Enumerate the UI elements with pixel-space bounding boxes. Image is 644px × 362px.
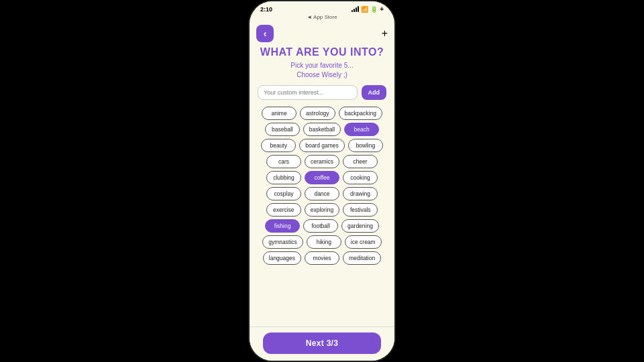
custom-interest-input[interactable] [258,85,358,100]
tag-button[interactable]: festivals [343,203,378,217]
phone-frame: 2:10 📶 🔋 + ◄ App Store ‹ + WHAT ARE YOU … [248,0,396,362]
tag-row: beautyboard gamesbowling [258,139,386,152]
tag-button[interactable]: meditation [343,251,381,265]
tag-button[interactable]: basketball [303,123,341,136]
time: 2:10 [260,6,272,13]
signal-icon [352,6,359,12]
tags-grid: animeastrologybackpackingbaseballbasketb… [258,107,386,265]
tag-button[interactable]: ceramics [305,155,339,168]
tag-button[interactable]: cosplay [266,187,301,200]
tag-button[interactable]: bowling [348,139,383,152]
custom-interest-row: Add [258,85,386,100]
tag-row: exerciseexploringfestivals [258,203,386,217]
plus-icon[interactable]: + [382,27,388,40]
tag-button[interactable]: gardening [341,219,379,233]
tag-button[interactable]: cooking [343,171,378,184]
tag-button[interactable]: ice cream [345,235,382,249]
tag-button[interactable]: hiking [307,235,341,249]
app-store-bar: ◄ App Store [250,14,394,22]
status-icons: 📶 🔋 + [352,5,384,13]
main-content: WHAT ARE YOU INTO? Pick your favorite 5.… [250,45,394,326]
tag-button[interactable]: fishing [265,219,300,233]
tag-row: carsceramicscheer [258,155,386,168]
tag-row: gymnasticshikingice cream [258,235,386,249]
wifi-icon: 📶 [361,6,368,13]
tag-row: fishingfootballgardening [258,219,386,233]
tag-row: cosplaydancedrawing [258,187,386,200]
nav-bar: ‹ + [250,22,394,45]
tag-button[interactable]: astrology [300,107,335,120]
tag-button[interactable]: dance [305,187,339,200]
tag-row: animeastrologybackpacking [258,107,386,120]
tag-button[interactable]: cars [266,155,301,168]
status-bar: 2:10 📶 🔋 + [250,1,394,14]
back-button[interactable]: ‹ [256,25,274,42]
tag-row: languagesmoviesmeditation [258,251,386,265]
tag-button[interactable]: movies [305,251,339,265]
tag-button[interactable]: football [303,219,338,233]
tag-button[interactable]: gymnastics [262,235,303,249]
page-title: WHAT ARE YOU INTO? [258,46,386,58]
tag-row: clubbingcoffeecooking [258,171,386,184]
tag-row: baseballbasketballbeach [258,123,386,136]
tag-button[interactable]: coffee [305,171,339,184]
add-button[interactable]: Add [362,85,387,100]
battery-icon: 🔋 [370,6,378,13]
plus-status-icon: + [380,5,384,13]
tag-button[interactable]: exercise [266,203,301,217]
tag-button[interactable]: exploring [305,203,340,217]
tag-button[interactable]: clubbing [266,171,301,184]
bottom-bar: Next 3/3 [250,326,394,361]
tag-button[interactable]: baseball [265,123,300,136]
tag-button[interactable]: board games [299,139,345,152]
next-button[interactable]: Next 3/3 [263,333,381,354]
tag-button[interactable]: languages [263,251,301,265]
tag-button[interactable]: cheer [343,155,378,168]
tag-button[interactable]: anime [262,107,297,120]
tag-button[interactable]: drawing [343,187,378,200]
tag-button[interactable]: backpacking [339,107,382,120]
subtitle: Pick your favorite 5... Choose Wisely ;) [258,61,386,80]
tag-button[interactable]: beauty [261,139,296,152]
tag-button[interactable]: beach [344,123,379,136]
